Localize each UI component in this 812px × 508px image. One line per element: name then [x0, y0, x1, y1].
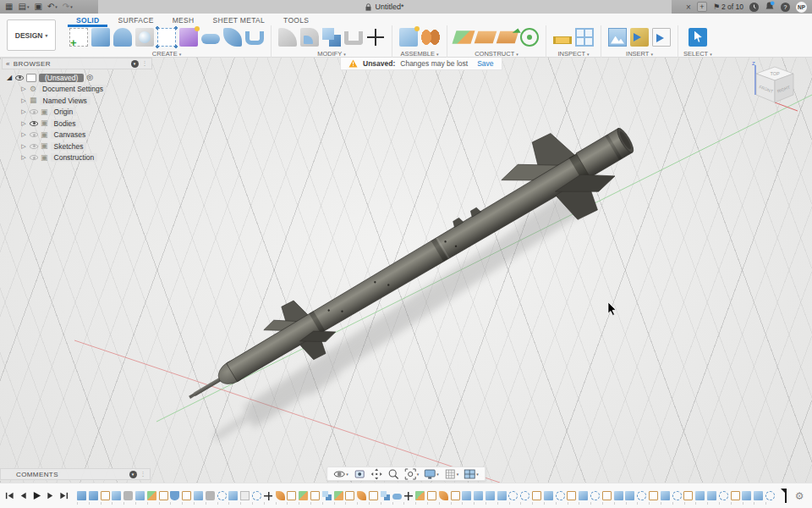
visibility-eye-icon[interactable] — [30, 144, 38, 149]
axis-point-icon[interactable] — [520, 28, 539, 47]
isolate-icon[interactable]: ◎ — [86, 74, 93, 81]
group-label-construct[interactable]: CONSTRUCT▾ — [475, 50, 518, 58]
timeline-feature-pipe[interactable] — [392, 494, 402, 500]
expand-icon[interactable]: ▷ — [20, 154, 27, 161]
timeline-feature-extrude[interactable] — [497, 491, 507, 500]
browser-item-bodies[interactable]: ▷▣Bodies — [2, 118, 152, 130]
timeline-feature-sketch[interactable] — [649, 491, 658, 500]
timeline-feature-extrude[interactable] — [625, 491, 634, 500]
timeline-feature-form[interactable] — [206, 491, 215, 500]
timeline-feature-move[interactable] — [403, 491, 413, 500]
pipe-icon[interactable] — [201, 34, 220, 44]
comments-header[interactable]: COMMENTS ▾ ⋮ — [0, 468, 151, 480]
fit-button[interactable]: ▾ — [404, 468, 420, 480]
timeline-feature-sketch[interactable] — [451, 491, 460, 500]
timeline-feature-pattern[interactable] — [520, 491, 529, 500]
play-button[interactable] — [32, 491, 41, 500]
timeline-feature-sketch[interactable] — [532, 491, 541, 500]
timeline-feature-sketch[interactable] — [310, 491, 320, 500]
sweep-icon[interactable] — [223, 28, 242, 47]
viewport-3d[interactable]: « BROWSER ▾ ⋮ ◢ (Unsaved) ◎ ▷⚙Document S… — [0, 58, 812, 483]
redo-button[interactable]: ↷▾ — [63, 3, 73, 11]
timeline-feature-pattern[interactable] — [217, 491, 227, 500]
timeline-feature-doc[interactable] — [240, 491, 250, 500]
notifications-button[interactable] — [765, 0, 775, 14]
timeline-track[interactable] — [77, 489, 777, 504]
timeline-feature-sketch[interactable] — [101, 491, 110, 500]
panel-menu-icon[interactable]: ▾ — [131, 60, 139, 68]
timeline-feature-sketch[interactable] — [159, 491, 168, 500]
group-label-create[interactable]: CREATE▾ — [152, 50, 181, 58]
help-button[interactable]: ? — [781, 3, 790, 12]
midplane-icon[interactable] — [475, 30, 497, 42]
group-label-select[interactable]: SELECT▾ — [683, 50, 712, 58]
step-forward-button[interactable] — [46, 491, 55, 500]
timeline-feature-sweep[interactable] — [276, 491, 285, 500]
extrude-icon[interactable] — [91, 28, 110, 47]
shell-icon[interactable] — [344, 31, 363, 45]
timeline-feature-sketch[interactable] — [567, 491, 576, 500]
timeline-feature-extrude[interactable] — [695, 491, 705, 500]
timeline-feature-sketch[interactable] — [602, 491, 612, 500]
group-label-assemble[interactable]: ASSEMBLE▾ — [401, 50, 439, 58]
timeline-feature-pattern[interactable] — [508, 491, 518, 500]
timeline-feature-extrude[interactable] — [544, 491, 553, 500]
visibility-eye-icon[interactable] — [15, 75, 24, 80]
insert-svg-icon[interactable] — [652, 28, 671, 47]
browser-root-item[interactable]: ◢ (Unsaved) ◎ — [2, 72, 152, 84]
go-to-end-button[interactable] — [59, 491, 69, 500]
viewports-button[interactable]: ▾ — [464, 468, 479, 480]
zoom-button[interactable] — [387, 468, 399, 480]
panel-grip-icon[interactable]: ⋮ — [142, 60, 148, 67]
section-analysis-icon[interactable] — [575, 28, 594, 47]
timeline-feature-sweep[interactable] — [357, 491, 366, 500]
expand-icon[interactable]: ▷ — [20, 108, 27, 115]
timeline-feature-revolve[interactable] — [415, 491, 425, 500]
timeline-feature-derive[interactable] — [77, 491, 86, 500]
orbit-button[interactable]: ▾ — [333, 468, 348, 480]
browser-header[interactable]: « BROWSER ▾ ⋮ — [2, 58, 152, 69]
bounding-points-icon[interactable] — [157, 28, 176, 47]
timeline-feature-hole[interactable] — [170, 491, 179, 500]
panel-menu-icon[interactable]: ▾ — [129, 471, 137, 478]
timeline-feature-extrude[interactable] — [661, 491, 670, 500]
document-tab[interactable]: Untitled* — [98, 0, 672, 14]
group-label-inspect[interactable]: INSPECT▾ — [557, 50, 589, 58]
timeline-feature-sketch[interactable] — [369, 491, 378, 500]
combine-icon[interactable] — [322, 28, 341, 47]
browser-item-named-views[interactable]: ▷▦Named Views — [2, 95, 152, 107]
browser-item-construction[interactable]: ▷▣Construction — [2, 152, 152, 164]
create-sketch-icon[interactable] — [69, 28, 88, 47]
timeline-feature-extrude[interactable] — [614, 491, 623, 500]
pan-button[interactable] — [370, 468, 382, 480]
grid-and-snaps-button[interactable]: ▾ — [444, 468, 459, 480]
timeline-feature-sketch[interactable] — [731, 491, 740, 500]
timeline-feature-extrude[interactable] — [742, 491, 751, 500]
expand-icon[interactable]: ▷ — [20, 86, 27, 92]
timeline-feature-revolve[interactable] — [147, 491, 156, 500]
timeline-feature-extrude[interactable] — [462, 491, 471, 500]
timeline-feature-pattern[interactable] — [672, 491, 682, 500]
angled-plane-icon[interactable] — [497, 30, 519, 42]
press-pull-icon[interactable] — [278, 28, 297, 47]
timeline-feature-combine[interactable] — [322, 491, 332, 500]
job-status-button[interactable]: ⚑ 2 of 10 — [713, 3, 743, 11]
timeline-feature-extrude[interactable] — [112, 491, 121, 500]
expand-icon[interactable]: ▷ — [20, 131, 27, 138]
undo-button[interactable]: ↶▾ — [47, 3, 58, 11]
create-form-icon[interactable] — [179, 28, 198, 47]
timeline-feature-combine[interactable] — [381, 491, 390, 500]
insert-mesh-icon[interactable] — [630, 28, 649, 47]
timeline-feature-extrude[interactable] — [228, 491, 238, 500]
timeline-feature-extrude[interactable] — [474, 491, 483, 500]
primitive-icon[interactable] — [135, 28, 154, 47]
recent-activity-button[interactable] — [749, 3, 759, 12]
look-at-button[interactable] — [354, 468, 365, 480]
panel-grip-icon[interactable]: ⋮ — [140, 471, 146, 478]
timeline-feature-sweep[interactable] — [439, 491, 448, 500]
timeline-feature-revolve[interactable] — [334, 491, 343, 500]
visibility-eye-icon[interactable] — [30, 155, 38, 160]
revolve-icon[interactable] — [113, 28, 132, 47]
save-icon[interactable]: ▣ — [34, 3, 41, 11]
timeline-feature-pattern[interactable] — [765, 491, 775, 500]
